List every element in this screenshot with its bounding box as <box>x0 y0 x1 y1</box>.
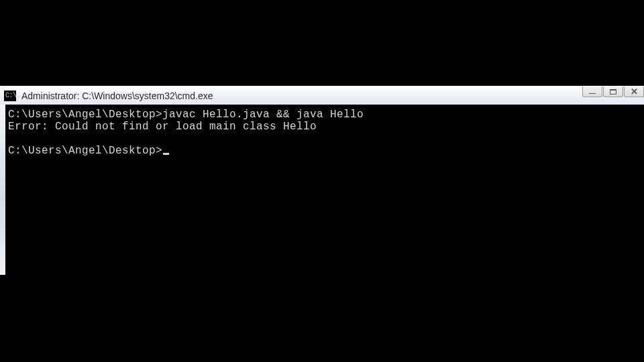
close-icon: ✕ <box>631 87 638 96</box>
prompt-path-2: C:\Users\Angel\Desktop> <box>8 145 162 157</box>
titlebar[interactable]: C:\. Administrator: C:\Windows\system32\… <box>0 86 644 105</box>
cursor-icon <box>163 153 169 155</box>
cmd-window: C:\. Administrator: C:\Windows\system32\… <box>0 86 644 275</box>
minimize-button[interactable] <box>582 86 602 97</box>
letterbox-top <box>0 0 644 86</box>
prompt-line-1: C:\Users\Angel\Desktop>javac Hello.java … <box>8 109 364 121</box>
close-button[interactable]: ✕ <box>624 86 644 97</box>
maximize-button[interactable] <box>603 86 623 97</box>
cmd-icon: C:\. <box>4 90 16 101</box>
error-line: Error: Could not find or load main class… <box>8 121 317 133</box>
prompt-path: C:\Users\Angel\Desktop> <box>8 109 162 121</box>
window-controls: ✕ <box>582 86 644 100</box>
window-title: Administrator: C:\Windows\system32\cmd.e… <box>21 90 213 101</box>
desktop-sliver <box>0 105 5 275</box>
console-output[interactable]: C:\Users\Angel\Desktop>javac Hello.java … <box>5 105 644 275</box>
command-text: javac Hello.java && java Hello <box>162 109 364 121</box>
minimize-icon <box>589 93 596 94</box>
prompt-line-2: C:\Users\Angel\Desktop> <box>8 145 169 157</box>
letterbox-bottom <box>0 275 644 362</box>
maximize-icon <box>610 89 616 95</box>
